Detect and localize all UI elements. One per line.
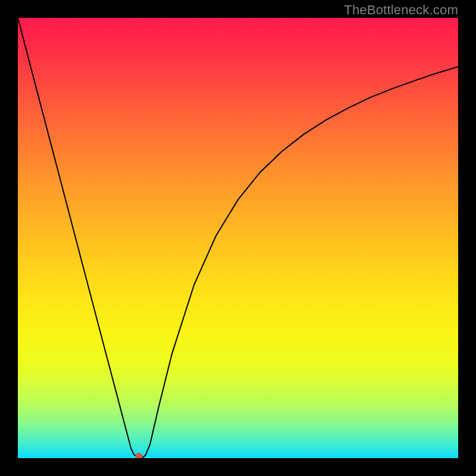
curve-path: [18, 18, 458, 458]
optimum-marker: [136, 453, 143, 458]
plot-area: [18, 18, 458, 458]
chart-frame: TheBottleneck.com: [0, 0, 476, 476]
watermark-text: TheBottleneck.com: [344, 2, 458, 18]
bottleneck-curve: [18, 18, 458, 458]
chart-svg: [18, 18, 458, 458]
